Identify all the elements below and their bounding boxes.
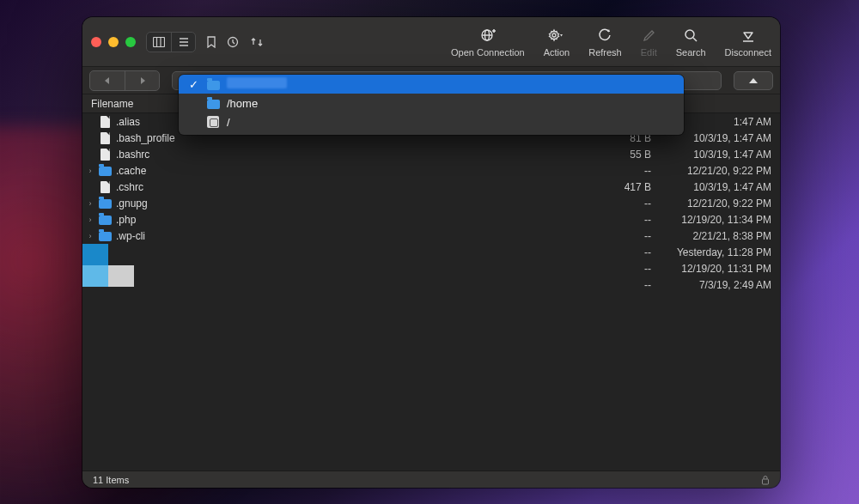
file-name: .cache [116, 165, 600, 177]
file-name: .gnupg [116, 197, 600, 209]
file-date: 7/3/19, 2:49 AM [651, 279, 771, 291]
file-size: -- [600, 279, 651, 291]
titlebar: Open Connection Action Refresh Edit [82, 17, 780, 67]
folder-icon [99, 216, 112, 225]
file-size: 417 B [600, 181, 651, 193]
folder-icon [207, 81, 220, 90]
file-icon [101, 132, 110, 144]
folder-icon [99, 167, 112, 176]
file-name: .php [116, 214, 600, 226]
toolbar-actions: Open Connection Action Refresh Edit [451, 26, 771, 58]
disclosure-triangle[interactable]: › [82, 216, 98, 224]
view-mode-segment [146, 32, 196, 52]
traffic-lights [91, 37, 136, 47]
column-filename: Filename [91, 98, 133, 110]
file-icon [101, 116, 110, 128]
file-date: 10/3/19, 1:47 AM [651, 149, 771, 161]
file-date: 12/19/20, 11:31 PM [651, 263, 771, 275]
disconnect-button[interactable]: Disconnect [725, 26, 771, 58]
file-row[interactable]: ›.gnupg--12/21/20, 9:22 PM [82, 195, 780, 211]
file-icon [101, 149, 110, 161]
redacted-thumbnail [82, 244, 108, 265]
file-size: 55 B [600, 149, 651, 161]
file-list[interactable]: .alias1:47 AM.bash_profile81 B10/3/19, 1… [82, 113, 780, 471]
redacted-thumbnail [82, 265, 108, 287]
dropdown-item-label: /home [227, 97, 258, 110]
search-label: Search [676, 47, 706, 58]
bookmark-icon[interactable] [206, 36, 216, 48]
go-up-button[interactable] [734, 71, 773, 90]
file-row[interactable]: ›.wp-cli--2/21/21, 8:38 PM [82, 228, 780, 244]
edit-button[interactable]: Edit [641, 26, 657, 58]
file-size: -- [600, 246, 651, 258]
nav-forward-button[interactable] [125, 71, 159, 90]
app-window: Open Connection Action Refresh Edit [82, 17, 780, 488]
file-row[interactable]: --12/19/20, 11:31 PM [82, 260, 780, 276]
dropdown-item-label: / [227, 116, 230, 129]
dropdown-item-label [227, 77, 287, 91]
open-connection-label: Open Connection [451, 47, 525, 58]
item-count: 11 Items [93, 475, 129, 485]
disk-icon [207, 116, 219, 128]
disclosure-triangle[interactable]: › [82, 199, 98, 208]
history-icon[interactable] [227, 36, 239, 48]
file-date: 12/19/20, 11:34 PM [651, 214, 771, 226]
check-icon: ✓ [187, 78, 199, 91]
search-button[interactable]: Search [676, 26, 706, 58]
status-bar: 11 Items [82, 471, 780, 488]
file-size: -- [600, 165, 651, 177]
file-row[interactable]: ›.php--12/19/20, 11:34 PM [82, 211, 780, 228]
refresh-button[interactable]: Refresh [588, 26, 622, 58]
file-size: -- [600, 214, 651, 226]
edit-label: Edit [641, 47, 657, 58]
path-dropdown-menu: ✓/home/ [179, 75, 684, 135]
action-label: Action [544, 47, 570, 58]
file-name: .cshrc [116, 181, 600, 193]
file-size: -- [600, 230, 651, 242]
svg-rect-15 [763, 479, 769, 484]
file-row[interactable]: .bashrc55 B10/3/19, 1:47 AM [82, 146, 780, 162]
outline-view-button[interactable] [171, 33, 195, 52]
dropdown-item[interactable]: / [179, 112, 684, 131]
action-button[interactable]: Action [544, 26, 570, 58]
redacted-path [227, 77, 287, 88]
file-date: 2/21/21, 8:38 PM [651, 230, 771, 242]
disclosure-triangle[interactable]: › [82, 167, 98, 175]
file-row[interactable]: --Yesterday, 11:28 PM [82, 244, 780, 260]
dropdown-item[interactable]: /home [179, 94, 684, 112]
open-connection-button[interactable]: Open Connection [451, 26, 525, 58]
file-row[interactable]: ›.cache--12/21/20, 9:22 PM [82, 162, 780, 179]
folder-icon [99, 232, 112, 241]
zoom-window[interactable] [125, 37, 136, 47]
file-size: -- [600, 263, 651, 275]
file-date: 12/21/20, 9:22 PM [651, 165, 771, 177]
disclosure-triangle[interactable]: › [82, 232, 98, 240]
file-name: .wp-cli [116, 230, 600, 242]
folder-icon [207, 100, 220, 109]
file-date: 12/21/20, 9:22 PM [651, 197, 771, 209]
list-view-button[interactable] [147, 33, 171, 52]
minimize-window[interactable] [108, 37, 119, 47]
svg-point-12 [552, 33, 556, 37]
file-date: 10/3/19, 1:47 AM [651, 181, 771, 193]
file-name: .bashrc [116, 149, 600, 161]
svg-point-13 [685, 30, 694, 39]
redacted-thumbnail [108, 265, 134, 287]
close-window[interactable] [91, 37, 101, 47]
dropdown-item[interactable]: ✓ [179, 75, 684, 94]
folder-icon [99, 199, 112, 209]
svg-line-14 [693, 38, 697, 41]
file-row[interactable]: .cshrc417 B10/3/19, 1:47 AM [82, 179, 780, 195]
file-row[interactable]: --7/3/19, 2:49 AM [82, 276, 780, 293]
file-size: -- [600, 197, 651, 209]
disconnect-label: Disconnect [725, 47, 771, 58]
nav-back-button[interactable] [90, 71, 125, 90]
svg-rect-0 [154, 37, 165, 46]
file-date: Yesterday, 11:28 PM [651, 246, 771, 258]
refresh-label: Refresh [588, 47, 622, 58]
nav-back-forward [89, 70, 160, 91]
transfers-icon[interactable] [249, 36, 265, 48]
file-icon [101, 181, 110, 193]
lock-icon [761, 475, 770, 485]
